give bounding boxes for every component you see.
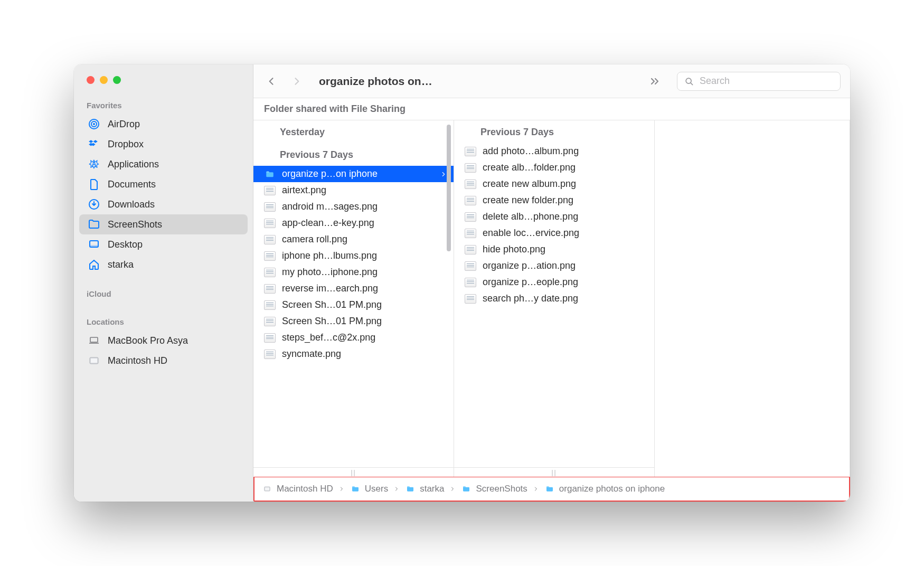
- crumb-label: organize photos on iphone: [559, 484, 665, 494]
- folder-icon: [350, 485, 361, 493]
- list-item[interactable]: search ph…y date.png: [454, 290, 654, 307]
- file-name: my photo…iphone.png: [282, 267, 378, 278]
- file-name: reverse im…earch.png: [282, 283, 378, 294]
- list-item[interactable]: Screen Sh…01 PM.png: [253, 297, 454, 313]
- path-crumb[interactable]: Macintosh HD: [262, 484, 333, 494]
- sidebar-item-airdrop[interactable]: AirDrop: [79, 114, 248, 134]
- window-title: organize photos on…: [319, 75, 432, 88]
- path-crumb[interactable]: starka: [405, 484, 444, 494]
- list-item[interactable]: hide photo.png: [454, 241, 654, 258]
- path-crumb[interactable]: organize photos on iphone: [544, 484, 665, 494]
- image-thumbnail-icon: [264, 235, 276, 244]
- list-item[interactable]: app-clean…e-key.png: [253, 215, 454, 231]
- sidebar-item-screenshots[interactable]: ScreenShots: [79, 214, 248, 234]
- sidebar-section-icloud: iCloud: [74, 284, 253, 303]
- downloads-icon: [88, 198, 100, 211]
- desktop-icon: [88, 238, 100, 251]
- file-name: add photo…album.png: [483, 146, 579, 157]
- image-thumbnail-icon: [264, 186, 276, 195]
- file-name: steps_bef…c@2x.png: [282, 332, 375, 343]
- close-button[interactable]: [87, 76, 95, 84]
- file-name: create new folder.png: [483, 195, 573, 206]
- list-item[interactable]: syncmate.png: [253, 346, 454, 362]
- path-crumb[interactable]: Users: [350, 484, 388, 494]
- column-1[interactable]: Previous 7 Days add photo…album.png crea…: [454, 120, 655, 477]
- list-item-folder[interactable]: organize p…on iphone: [253, 166, 454, 182]
- column-resize-handle[interactable]: ||: [454, 467, 654, 477]
- toolbar-overflow-button[interactable]: [642, 75, 667, 88]
- search-input[interactable]: [700, 76, 834, 87]
- scrollbar[interactable]: [444, 125, 454, 251]
- list-item[interactable]: iphone ph…lbums.png: [253, 248, 454, 264]
- sidebar-item-home[interactable]: starka: [79, 254, 248, 275]
- sidebar-item-dropbox[interactable]: Dropbox: [79, 134, 248, 154]
- crumb-label: starka: [420, 484, 444, 494]
- list-item[interactable]: add photo…album.png: [454, 143, 654, 159]
- column-browser: Yesterday Previous 7 Days organize p…on …: [253, 120, 850, 477]
- chevron-right-icon: [393, 485, 400, 493]
- sidebar-item-applications[interactable]: Applications: [79, 154, 248, 174]
- toolbar: organize photos on…: [253, 64, 850, 98]
- search-field[interactable]: [677, 72, 841, 91]
- document-icon: [88, 178, 100, 191]
- list-item[interactable]: create new album.png: [454, 176, 654, 192]
- sidebar-item-label: MacBook Pro Asya: [108, 335, 188, 346]
- sidebar-item-label: ScreenShots: [108, 219, 162, 230]
- list-item[interactable]: create alb…folder.png: [454, 159, 654, 176]
- list-item[interactable]: steps_bef…c@2x.png: [253, 329, 454, 346]
- airdrop-icon: [88, 118, 100, 130]
- sidebar-item-desktop[interactable]: Desktop: [79, 234, 248, 254]
- column-resize-handle[interactable]: ||: [253, 467, 454, 477]
- minimize-button[interactable]: [100, 76, 108, 84]
- home-icon: [88, 258, 100, 271]
- image-thumbnail-icon: [465, 245, 476, 254]
- column-2[interactable]: [655, 120, 850, 477]
- image-thumbnail-icon: [465, 180, 476, 189]
- list-item[interactable]: organize p…eople.png: [454, 274, 654, 290]
- sidebar-item-documents[interactable]: Documents: [79, 174, 248, 194]
- group-header: Previous 7 Days: [253, 143, 454, 166]
- list-item[interactable]: airtext.png: [253, 182, 454, 199]
- column-0[interactable]: Yesterday Previous 7 Days organize p…on …: [253, 120, 454, 477]
- crumb-label: ScreenShots: [476, 484, 527, 494]
- list-item[interactable]: my photo…iphone.png: [253, 264, 454, 280]
- file-name: delete alb…phone.png: [483, 211, 578, 222]
- list-item[interactable]: enable loc…ervice.png: [454, 225, 654, 241]
- sidebar: Favorites AirDrop Dropbox Applications D…: [74, 64, 253, 502]
- chevron-right-icon: [533, 485, 539, 493]
- main-pane: organize photos on… Folder shared with F…: [253, 64, 850, 502]
- appstore-icon: [88, 158, 100, 171]
- list-item[interactable]: organize p…ation.png: [454, 258, 654, 274]
- list-item[interactable]: reverse im…earch.png: [253, 280, 454, 297]
- folder-icon: [88, 218, 100, 231]
- file-name: organize p…on iphone: [282, 168, 378, 180]
- group-header: Yesterday: [253, 120, 454, 143]
- file-name: camera roll.png: [282, 234, 347, 245]
- image-thumbnail-icon: [465, 229, 476, 238]
- file-name: organize p…ation.png: [483, 260, 576, 271]
- path-crumb[interactable]: ScreenShots: [461, 484, 527, 494]
- dropbox-icon: [88, 138, 100, 150]
- hdd-icon: [88, 354, 100, 367]
- forward-button[interactable]: [291, 75, 302, 88]
- zoom-button[interactable]: [113, 76, 121, 84]
- list-item[interactable]: android m…sages.png: [253, 199, 454, 215]
- file-name: syncmate.png: [282, 348, 341, 360]
- image-thumbnail-icon: [264, 202, 276, 212]
- list-item[interactable]: delete alb…phone.png: [454, 209, 654, 225]
- sidebar-item-downloads[interactable]: Downloads: [79, 194, 248, 214]
- list-item[interactable]: create new folder.png: [454, 192, 654, 209]
- pathbar: Macintosh HD Users starka ScreenShots: [254, 477, 849, 501]
- list-item[interactable]: camera roll.png: [253, 231, 454, 248]
- file-name: create new album.png: [483, 178, 576, 190]
- file-name: airtext.png: [282, 185, 326, 196]
- image-thumbnail-icon: [465, 196, 476, 205]
- laptop-icon: [88, 334, 100, 347]
- back-button[interactable]: [266, 75, 277, 88]
- sidebar-item-macbook[interactable]: MacBook Pro Asya: [79, 331, 248, 351]
- list-item[interactable]: Screen Sh…01 PM.png: [253, 313, 454, 329]
- image-thumbnail-icon: [264, 251, 276, 261]
- file-name: enable loc…ervice.png: [483, 228, 579, 239]
- nav-arrows: [263, 75, 309, 88]
- sidebar-item-macintosh-hd[interactable]: Macintosh HD: [79, 351, 248, 371]
